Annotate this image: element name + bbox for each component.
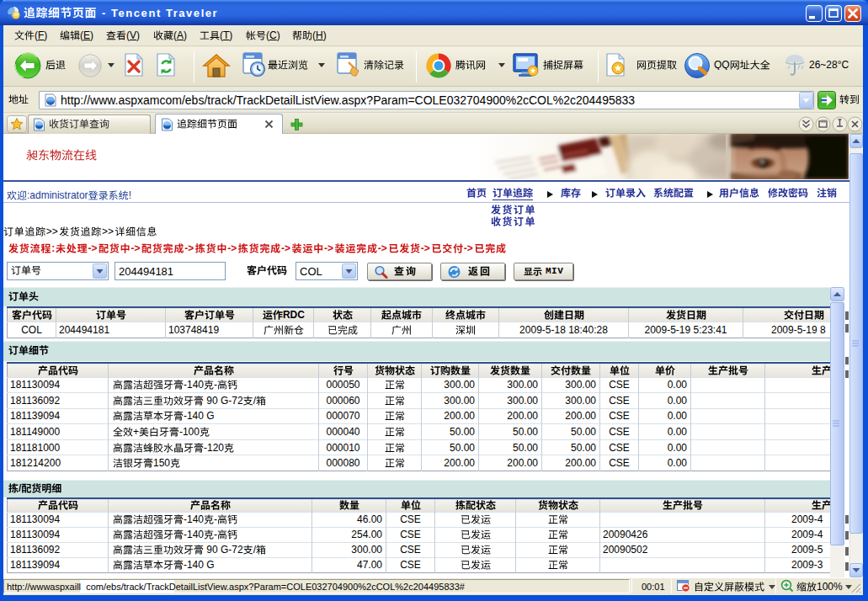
svg-text:100%: 100% bbox=[817, 582, 843, 592]
svg-text:->: -> bbox=[378, 243, 387, 253]
svg-text:->: -> bbox=[227, 243, 237, 253]
svg-text:->: -> bbox=[464, 243, 473, 253]
svg-text:90 G-72: 90 G-72 bbox=[204, 545, 243, 555]
svg-text:-140 G: -140 G bbox=[184, 411, 215, 421]
svg-text:>>: >> bbox=[102, 226, 114, 237]
svg-text:90 G-72: 90 G-72 bbox=[204, 396, 243, 406]
svg-text:RDC: RDC bbox=[282, 310, 304, 320]
svg-text:-140: -140 bbox=[184, 529, 204, 540]
svg-text:150: 150 bbox=[153, 458, 170, 468]
svg-text:!: ! bbox=[129, 190, 131, 200]
svg-text::administrator: :administrator bbox=[27, 190, 88, 200]
svg-text:-140 G: -140 G bbox=[184, 560, 215, 570]
svg-text:-100: -100 bbox=[179, 427, 200, 437]
svg-text:+: + bbox=[133, 427, 139, 437]
svg-text:-120: -120 bbox=[204, 443, 224, 453]
svg-text:-: - bbox=[214, 529, 217, 540]
svg-text:°C: °C bbox=[838, 60, 849, 70]
svg-text:-140: -140 bbox=[184, 380, 204, 390]
svg-text:->: -> bbox=[184, 243, 194, 253]
svg-text:/: / bbox=[253, 545, 257, 555]
svg-text:-: - bbox=[214, 514, 217, 524]
svg-text:->: -> bbox=[421, 243, 430, 253]
svg-text:/: / bbox=[253, 396, 257, 406]
svg-text:26~28: 26~28 bbox=[809, 60, 838, 70]
svg-text::: : bbox=[51, 243, 55, 253]
svg-text:->: -> bbox=[88, 243, 97, 253]
svg-text:-: - bbox=[214, 380, 217, 390]
svg-text:->: -> bbox=[281, 243, 290, 253]
svg-text:QQ: QQ bbox=[714, 60, 730, 70]
svg-text:->: -> bbox=[324, 243, 333, 253]
svg-text:/: / bbox=[19, 483, 22, 493]
svg-text:->: -> bbox=[130, 243, 140, 253]
svg-text:>>: >> bbox=[46, 226, 58, 237]
svg-text:-140: -140 bbox=[184, 514, 204, 524]
